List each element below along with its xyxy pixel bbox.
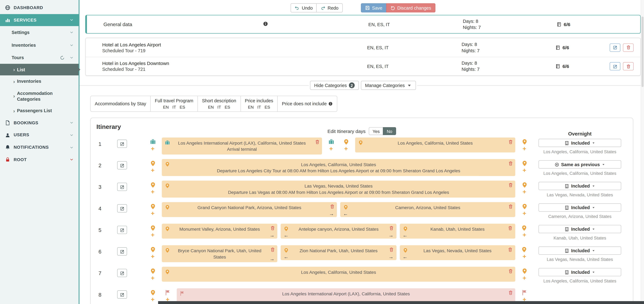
itinerary-stop-block[interactable]: ←→Antelope canyon, Arizona, United State…	[281, 224, 396, 239]
itinerary-stop-block[interactable]: ←Cameron, Arizona, United States	[340, 202, 516, 217]
itinerary-stop-block[interactable]: Los Angeles, California, United States	[162, 267, 515, 282]
delete-stop-button[interactable]	[508, 204, 513, 209]
tab-accommodations-by-stay[interactable]: Accommodations by Stay	[90, 96, 151, 112]
discard-button[interactable]: Discard changes	[386, 3, 435, 13]
delete-stop-button[interactable]	[508, 269, 513, 274]
itinerary-stop-block[interactable]: ←→Zion National Park, Utah, United State…	[281, 245, 396, 260]
add-stop-button[interactable]: +	[522, 210, 526, 216]
hide-categories-button[interactable]: Hide Categories2	[310, 81, 359, 90]
sidebar-item-tours[interactable]: Tours	[0, 51, 78, 64]
edit-days-no-button[interactable]: No	[383, 127, 396, 135]
sidebar-item-notifications[interactable]: NOTIFICATIONS	[0, 141, 78, 153]
add-stop-button[interactable]: +	[329, 146, 333, 152]
add-stop-button[interactable]: +	[522, 167, 526, 173]
overnight-select[interactable]: Included	[538, 139, 621, 147]
tab-price-does-not-include[interactable]: Price does not include	[277, 96, 338, 112]
move-stop-left-button[interactable]: ←	[284, 254, 289, 259]
move-stop-left-button[interactable]: ←	[343, 211, 348, 216]
itinerary-stop-block[interactable]: Los Angeles, California, United States	[355, 138, 516, 153]
itinerary-stop-block[interactable]: Las Vegas, Nevada, United StatesDepartur…	[162, 181, 515, 198]
itinerary-stop-block[interactable]: →Bryce Canyon National Park, Utah, Unite…	[162, 245, 277, 262]
edit-day-button[interactable]	[117, 226, 127, 234]
add-stop-button[interactable]: +	[522, 189, 526, 195]
edit-day-button[interactable]	[117, 204, 127, 213]
scrollbar-thumb[interactable]	[642, 17, 644, 87]
delete-stop-button[interactable]	[508, 226, 513, 231]
overnight-select[interactable]: Included	[538, 246, 621, 255]
add-stop-button[interactable]: +	[522, 275, 526, 281]
add-stop-button[interactable]: +	[151, 210, 154, 216]
sidebar-item-list[interactable]: ›List	[0, 64, 78, 76]
overnight-select[interactable]: Same as previous	[538, 160, 621, 169]
add-stop-button[interactable]: +	[151, 189, 154, 195]
add-stop-button[interactable]: +	[151, 296, 154, 302]
tab-short-description[interactable]: Short descriptionEN IT ES	[198, 96, 241, 112]
info-icon[interactable]	[263, 21, 268, 26]
tour-row[interactable]: Hotel at Los Angeles Airport Scheduled T…	[86, 38, 640, 57]
add-stop-button[interactable]: +	[522, 232, 526, 238]
save-button[interactable]: Save	[361, 3, 386, 13]
tab-full-travel-program[interactable]: Full travel ProgramEN IT ES	[150, 96, 198, 112]
delete-stop-button[interactable]	[270, 247, 275, 252]
tour-row[interactable]: Hotel in Los Angeles Downtown Scheduled …	[86, 57, 640, 75]
sidebar-item-settings[interactable]: Settings	[0, 26, 78, 39]
add-stop-button[interactable]: +	[522, 253, 526, 259]
move-stop-right-button[interactable]: →	[388, 254, 394, 259]
vertical-scrollbar[interactable]	[641, 0, 644, 304]
itinerary-stop-block[interactable]: ←Kanab, Utah, United States	[400, 224, 515, 239]
edit-day-button[interactable]	[117, 290, 127, 299]
move-stop-right-button[interactable]: →	[388, 233, 394, 238]
itinerary-stop-block[interactable]: →Monument Valley, Arizona, United States	[162, 224, 277, 239]
general-data-card[interactable]: General data EN, ES, IT Days: 8Nights: 7…	[85, 15, 641, 34]
delete-stop-button[interactable]	[389, 226, 394, 231]
edit-tour-button[interactable]	[610, 62, 620, 71]
move-stop-right-button[interactable]: →	[329, 211, 334, 216]
edit-tour-button[interactable]	[610, 43, 620, 52]
sidebar-item-users[interactable]: USERS	[0, 129, 78, 141]
edit-day-button[interactable]	[117, 269, 127, 277]
sidebar-item-inventories[interactable]: ›Inventories	[0, 76, 78, 87]
move-stop-right-button[interactable]: →	[270, 257, 275, 262]
itinerary-stop-block[interactable]: Los Angeles International Airport (LAX),…	[162, 138, 322, 155]
delete-stop-button[interactable]	[330, 204, 334, 209]
add-stop-button[interactable]: +	[151, 167, 154, 173]
delete-stop-button[interactable]	[508, 140, 513, 144]
edit-day-button[interactable]	[117, 247, 127, 256]
undo-button[interactable]: Undo	[290, 3, 317, 13]
delete-stop-button[interactable]	[389, 247, 394, 252]
delete-stop-button[interactable]	[508, 247, 513, 252]
overnight-select[interactable]: Included	[538, 268, 621, 276]
add-stop-button[interactable]: +	[151, 232, 154, 238]
sidebar-item-dashboard[interactable]: DASHBOARD	[0, 2, 78, 14]
sidebar-item-root[interactable]: ROOT	[0, 154, 78, 166]
edit-day-button[interactable]	[117, 161, 127, 170]
move-stop-left-button[interactable]: ←	[284, 233, 289, 238]
itinerary-stop-block[interactable]: Los Angeles, California, United StatesDe…	[162, 159, 515, 176]
tab-price-includes[interactable]: Price includesEN IT ES	[240, 96, 278, 112]
move-stop-right-button[interactable]: →	[270, 233, 275, 238]
delete-stop-button[interactable]	[508, 161, 513, 166]
sidebar-item-bookings[interactable]: BOOKINGS	[0, 117, 78, 129]
move-stop-left-button[interactable]: ←	[402, 254, 408, 259]
manage-categories-button[interactable]: Manage Categories	[361, 81, 416, 90]
add-stop-button[interactable]: +	[522, 146, 526, 152]
edit-day-button[interactable]	[117, 140, 127, 148]
add-stop-button[interactable]: +	[344, 146, 348, 152]
overnight-select[interactable]: Included	[538, 203, 621, 212]
overnight-select[interactable]: Included	[538, 182, 621, 190]
add-stop-button[interactable]: +	[151, 253, 154, 259]
horizontal-scrollbar[interactable]	[158, 301, 644, 304]
overnight-select[interactable]: Included	[538, 225, 621, 233]
delete-stop-button[interactable]	[270, 226, 275, 231]
add-stop-button[interactable]: +	[151, 275, 154, 281]
sidebar-item-inventories[interactable]: Inventories	[0, 39, 78, 51]
edit-days-yes-button[interactable]: Yes	[369, 127, 384, 135]
delete-tour-button[interactable]	[623, 62, 634, 71]
delete-tour-button[interactable]	[623, 43, 634, 52]
delete-stop-button[interactable]	[315, 140, 320, 144]
itinerary-stop-block[interactable]: ←Las Vegas, Nevada, United States	[400, 245, 515, 260]
sidebar-item-passengers-list[interactable]: ›Passengers List	[0, 105, 78, 117]
redo-button[interactable]: Redo	[316, 3, 342, 13]
itinerary-stop-block[interactable]: →Grand Canyon National Park, Arizona, Un…	[162, 202, 337, 217]
sidebar-item-services[interactable]: SERVICES	[0, 14, 78, 26]
